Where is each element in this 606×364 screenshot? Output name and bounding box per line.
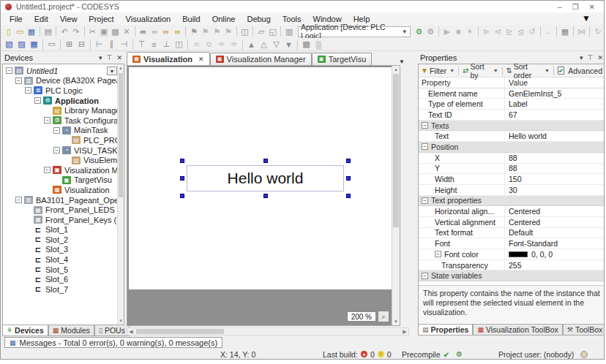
project-compare-icon[interactable]: ◫: [239, 26, 251, 37]
tree-item-visualization-manager[interactable]: −▣Visualization Manager: [3, 165, 117, 175]
collapse-icon[interactable]: −: [422, 197, 428, 204]
open-project-icon[interactable]: ▭: [15, 26, 26, 37]
property-value[interactable]: GenElemInst_5: [505, 88, 605, 99]
stop-icon[interactable]: ■: [453, 26, 465, 37]
undo-icon[interactable]: ↶: [59, 26, 70, 37]
bookmarks-clear-icon[interactable]: ⚑: [222, 26, 234, 37]
tree-item-device-ba320x-pageant-cpu-mod[interactable]: −▥Device (BA320X Pageant CPU Mod: [3, 76, 117, 86]
bring-forward-icon[interactable]: △: [258, 39, 270, 50]
property-value[interactable]: Centered: [505, 217, 605, 227]
selection-handle-0[interactable]: [180, 159, 184, 163]
maximize-button[interactable]: ❐: [572, 3, 579, 11]
property-value[interactable]: Default: [505, 228, 605, 238]
menu-online[interactable]: Online: [206, 14, 242, 24]
bookmark-toggle-icon[interactable]: ⚑: [188, 26, 200, 37]
zoom-level[interactable]: 200 %: [347, 311, 376, 322]
generate-code-icon[interactable]: ⚙: [424, 26, 436, 37]
selection-handle-1[interactable]: [263, 159, 268, 163]
active-application-selector[interactable]: Application [Device: PLC Logic]▼: [298, 26, 411, 37]
menu-debug[interactable]: Debug: [241, 14, 276, 24]
expander-icon[interactable]: −: [15, 77, 22, 84]
menu-project[interactable]: Project: [83, 14, 119, 24]
group-elements-icon[interactable]: ⊞: [63, 39, 75, 50]
tree-item-slot-4[interactable]: ⊏Slot_4: [3, 254, 117, 265]
property-row-type-of-element[interactable]: Type of elementLabel: [419, 99, 605, 110]
property-row-width[interactable]: Width150: [419, 174, 605, 185]
selection-handle-4[interactable]: [346, 176, 351, 181]
start-icon[interactable]: ▶: [441, 26, 453, 37]
collapse-icon[interactable]: −: [435, 251, 441, 257]
menu-visualization[interactable]: Visualization: [120, 14, 177, 24]
sort-order-button[interactable]: Sort order: [514, 62, 542, 80]
login-refresh-icon[interactable]: ↻: [592, 26, 604, 37]
tree-item-targetvisu[interactable]: ▣TargetVisu: [3, 175, 117, 186]
property-value[interactable]: Centered: [505, 206, 605, 216]
step-into-icon[interactable]: ⊲: [492, 26, 504, 37]
bookmark-previous-icon[interactable]: ⚑: [212, 26, 223, 37]
find-next-icon[interactable]: ∞: [149, 26, 161, 37]
decrease-h-spacing-icon[interactable]: ≑: [228, 39, 240, 50]
make-same-size-icon[interactable]: ◫: [173, 39, 185, 50]
property-row-text-id[interactable]: Text ID67: [419, 110, 605, 121]
align-right-icon[interactable]: ⊣: [118, 39, 130, 50]
bring-to-front-icon[interactable]: ▲: [245, 39, 258, 50]
tree-item-ba3101-pageant-operator-pa[interactable]: −▥BA3101_Pageant_Operator_Pa: [3, 195, 117, 205]
edit-visualization-icon[interactable]: ▨: [15, 39, 28, 50]
property-group-text-properties[interactable]: −Text properties: [419, 196, 605, 207]
scroll-right-icon[interactable]: ▶: [401, 328, 408, 335]
tree-item-application[interactable]: −⚙Application: [3, 96, 117, 106]
reset-warm-icon[interactable]: ←: [543, 26, 555, 37]
tree-item-front-panel-keys-front-p[interactable]: ▦Front_Panel_Keys (Front P: [3, 215, 117, 225]
distribute-vertically-icon[interactable]: ≎: [203, 39, 215, 50]
expander-icon[interactable]: −: [44, 117, 50, 124]
selection-handle-5[interactable]: [180, 194, 184, 198]
property-value[interactable]: 30: [505, 185, 605, 195]
canvas-vertical-scrollbar[interactable]: ▲ ▼: [392, 66, 400, 325]
property-row-height[interactable]: Height30: [419, 185, 605, 196]
tree-item-slot-3[interactable]: ⊏Slot_3: [3, 245, 117, 255]
close-tab-icon[interactable]: ✕: [198, 56, 204, 63]
property-group-state-variables[interactable]: −State variables: [419, 270, 605, 281]
property-row-text[interactable]: TextHello world: [419, 131, 605, 142]
expander-icon[interactable]: −: [53, 127, 60, 134]
expander-icon[interactable]: −: [44, 167, 50, 173]
new-folder-icon[interactable]: ◱: [267, 26, 279, 37]
align-top-icon[interactable]: ⊤: [135, 39, 148, 50]
distribute-horizontally-icon[interactable]: ≍: [190, 39, 203, 50]
force-values-icon[interactable]: ✶: [464, 26, 476, 37]
tree-item-slot-6[interactable]: ⊏Slot_6: [3, 274, 117, 284]
save-project-icon[interactable]: ▦: [26, 26, 37, 37]
sort-by-button[interactable]: Sort by: [470, 62, 490, 80]
cut-icon[interactable]: ✂: [86, 26, 98, 37]
tree-item-visuelems-visu[interactable]: ▤VisuElems.Visu: [3, 155, 117, 165]
advanced-checkbox[interactable]: ✔: [558, 67, 565, 75]
pin-icon[interactable]: ⊤: [588, 54, 594, 61]
tree-item-slot-7[interactable]: ⊏Slot_7: [3, 284, 117, 295]
property-value[interactable]: 150: [505, 174, 605, 184]
property-row-x[interactable]: X88: [419, 153, 605, 164]
property-row-text-format[interactable]: Text formatDefault: [419, 228, 605, 239]
tab-devices[interactable]: ⚘Devices: [2, 325, 48, 336]
background-settings-icon[interactable]: ▩: [300, 39, 313, 50]
align-horizontal-center-icon[interactable]: ≡: [148, 39, 160, 50]
menu-build[interactable]: Build: [176, 14, 206, 24]
set-next-statement-icon[interactable]: ↺: [526, 26, 538, 37]
expander-icon[interactable]: −: [6, 67, 12, 74]
tree-item-slot-5[interactable]: ⊏Slot_5: [3, 265, 117, 275]
add-object-icon[interactable]: ▱: [255, 26, 267, 37]
pin-icon[interactable]: ⊤: [107, 54, 113, 61]
tree-item-visu-task[interactable]: −◔VISU_TASK: [3, 145, 117, 156]
element-list-icon[interactable]: ▦: [28, 39, 40, 50]
menu-edit[interactable]: Edit: [29, 14, 54, 24]
close-icon[interactable]: ✕: [116, 54, 122, 61]
tree-item-visualization[interactable]: ▦Visualization: [3, 185, 117, 195]
minimize-button[interactable]: –: [558, 3, 562, 11]
property-value[interactable]: 67: [505, 110, 605, 120]
document-tab-targetvisu[interactable]: ▣TargetVisu: [312, 53, 373, 65]
property-row-vertical-alignment[interactable]: Vertical alignmentCentered: [419, 217, 605, 228]
find-all-icon[interactable]: ∞: [172, 26, 184, 37]
label-element[interactable]: Hello world: [187, 165, 344, 192]
expander-icon[interactable]: −: [25, 87, 31, 94]
align-vertical-center-icon[interactable]: ∥: [105, 39, 118, 50]
tab-toolbox[interactable]: ⚒ToolBox: [563, 325, 605, 335]
